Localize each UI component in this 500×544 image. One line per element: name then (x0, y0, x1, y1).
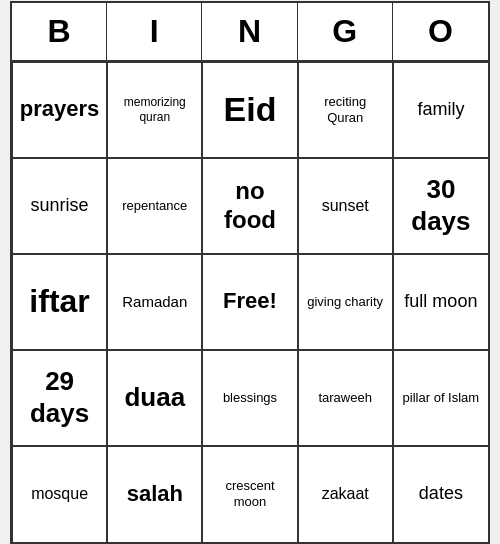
bingo-header: B I N G O (12, 3, 488, 62)
cell-14[interactable]: giving charity (298, 254, 393, 350)
cell-5[interactable]: family (393, 62, 488, 158)
header-g: G (298, 3, 393, 60)
header-o: O (393, 3, 488, 60)
cell-3[interactable]: Eid (202, 62, 297, 158)
cell-7[interactable]: repentance (107, 158, 202, 254)
cell-20[interactable]: pillar of Islam (393, 350, 488, 446)
cell-6[interactable]: sunrise (12, 158, 107, 254)
cell-9[interactable]: sunset (298, 158, 393, 254)
cell-18[interactable]: blessings (202, 350, 297, 446)
bingo-card: B I N G O prayers memorizing quran Eid r… (10, 1, 490, 544)
header-n: N (202, 3, 297, 60)
header-b: B (12, 3, 107, 60)
cell-22[interactable]: salah (107, 446, 202, 542)
cell-25[interactable]: dates (393, 446, 488, 542)
cell-15[interactable]: full moon (393, 254, 488, 350)
cell-16[interactable]: 29 days (12, 350, 107, 446)
cell-24[interactable]: zakaat (298, 446, 393, 542)
cell-23[interactable]: crescent moon (202, 446, 297, 542)
cell-4[interactable]: reciting Quran (298, 62, 393, 158)
cell-10[interactable]: 30 days (393, 158, 488, 254)
cell-19[interactable]: taraweeh (298, 350, 393, 446)
cell-13[interactable]: Free! (202, 254, 297, 350)
bingo-grid: prayers memorizing quran Eid reciting Qu… (12, 62, 488, 542)
cell-2[interactable]: memorizing quran (107, 62, 202, 158)
cell-11[interactable]: iftar (12, 254, 107, 350)
cell-21[interactable]: mosque (12, 446, 107, 542)
cell-17[interactable]: duaa (107, 350, 202, 446)
cell-8[interactable]: no food (202, 158, 297, 254)
header-i: I (107, 3, 202, 60)
cell-1[interactable]: prayers (12, 62, 107, 158)
cell-12[interactable]: Ramadan (107, 254, 202, 350)
